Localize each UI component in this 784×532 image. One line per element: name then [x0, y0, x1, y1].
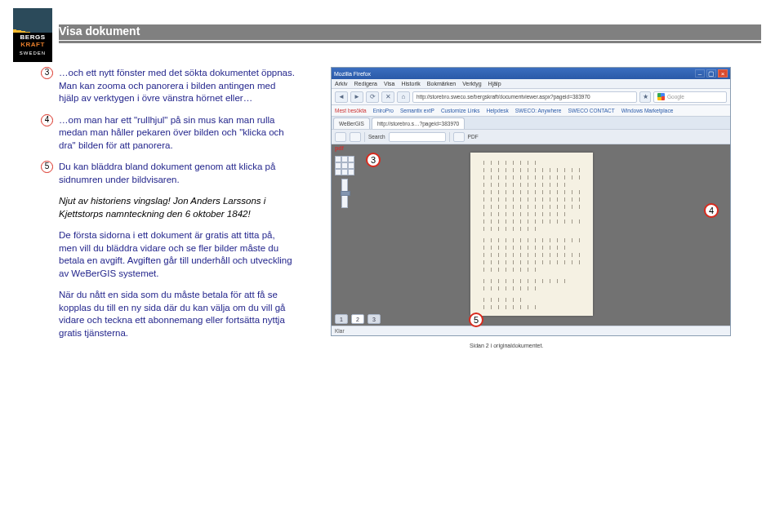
badge-3: 3	[41, 67, 53, 79]
tab-webergis[interactable]: WeBerGIS	[333, 117, 370, 129]
pdf-indicator: pdf	[335, 145, 344, 151]
tool-button[interactable]	[335, 132, 346, 142]
logo: BERGS KRAFT SWEDEN	[13, 8, 52, 62]
bookmark-item[interactable]: Mest besökta	[335, 108, 367, 113]
tool-button[interactable]	[453, 132, 465, 142]
nav-toolbar: ◄ ► ⟳ ✕ ⌂ http://storebro.sweco.se/bergs…	[332, 89, 730, 105]
bookmark-item[interactable]: SWECO: Anywhere	[515, 108, 562, 113]
instruction-text: 3 …och ett nytt fönster med det sökta do…	[59, 67, 296, 348]
bookmark-item[interactable]: EniroPro	[373, 108, 394, 113]
paragraph-3: 3 …och ett nytt fönster med det sökta do…	[59, 67, 296, 105]
page-title-bar: Visa dokument	[59, 24, 761, 43]
italic-note: Njut av historiens vingslag! Jon Anders …	[59, 195, 296, 220]
maximize-icon[interactable]: ▢	[706, 69, 716, 78]
zoom-pan-tools	[335, 156, 354, 208]
menu-item[interactable]: Bokmärken	[427, 81, 456, 86]
window-title: Mozilla Firefox	[334, 71, 371, 77]
document-page[interactable]	[470, 153, 593, 316]
back-button[interactable]: ◄	[335, 91, 348, 103]
callout-3: 3	[366, 153, 381, 167]
zoom-slider[interactable]	[341, 179, 348, 208]
search-field[interactable]: Google	[653, 91, 727, 103]
menu-item[interactable]: Verktyg	[462, 81, 481, 86]
home-button[interactable]: ⌂	[397, 91, 410, 103]
bookmark-item[interactable]: Helpdesk	[487, 108, 509, 113]
bookmark-item[interactable]: Windows Marketplace	[621, 108, 674, 113]
tool-button[interactable]	[350, 132, 361, 142]
viewer-toolbar: Search PDF	[332, 130, 730, 144]
bookmark-item[interactable]: SWECO CONTACT	[568, 108, 614, 113]
tab-document[interactable]: http://storebro.s…?pageid=383970	[372, 117, 465, 129]
pager: 1 2 3	[335, 314, 381, 324]
bookmark-star-icon[interactable]: ★	[639, 91, 651, 103]
google-icon	[657, 93, 665, 100]
paragraph-5: 5 Du kan bläddra bland dokument genom at…	[59, 161, 296, 186]
paragraph-4: 4 …om man har ett "rullhjul" på sin mus …	[59, 114, 296, 153]
paragraph-7: När du nått en sida som du måste betala …	[59, 289, 296, 339]
page-button[interactable]: 1	[335, 314, 348, 324]
forward-button[interactable]: ►	[350, 91, 363, 103]
menu-item[interactable]: Visa	[384, 81, 395, 86]
callout-5: 5	[469, 313, 483, 327]
menu-item[interactable]: Redigera	[354, 81, 377, 86]
menu-item[interactable]: Arkiv	[335, 81, 348, 86]
badge-5: 5	[41, 161, 53, 173]
page-button[interactable]: 3	[368, 314, 381, 324]
tab-bar: WeBerGIS http://storebro.s…?pageid=38397…	[332, 117, 730, 130]
bookmarks-bar: Mest besökta EniroPro Semantix extP Cust…	[332, 105, 730, 117]
paragraph-6: De första sidorna i ett dokument är grat…	[59, 229, 296, 280]
close-icon[interactable]: ×	[718, 69, 728, 78]
screenshot-caption: Sidan 2 i originaldokumentet.	[470, 343, 543, 348]
page-title: Visa dokument	[59, 24, 761, 40]
document-viewer: Search PDF pdf	[332, 130, 730, 335]
reload-button[interactable]: ⟳	[366, 91, 379, 103]
page-button[interactable]: 2	[351, 314, 364, 324]
window-titlebar: Mozilla Firefox – ▢ ×	[332, 68, 730, 79]
badge-4: 4	[41, 114, 53, 126]
search-placeholder: Google	[667, 94, 684, 100]
menu-item[interactable]: Hjälp	[488, 81, 501, 86]
toolbar-search-input[interactable]	[389, 132, 446, 142]
stop-button[interactable]: ✕	[381, 91, 394, 103]
window-buttons: – ▢ ×	[695, 69, 728, 78]
pan-control[interactable]	[335, 156, 354, 175]
toolbar-search-label: Search	[368, 134, 385, 140]
bookmark-item[interactable]: Semantix extP	[400, 108, 434, 113]
bookmark-item[interactable]: Customize Links	[441, 108, 480, 113]
callout-4: 4	[704, 203, 719, 218]
status-bar: Klar	[332, 326, 730, 335]
minimize-icon[interactable]: –	[695, 69, 705, 78]
toolbar-pdf-label: PDF	[468, 134, 479, 140]
url-field[interactable]: http://storebro.sweco.se/bergskraft/docu…	[412, 91, 637, 103]
menu-item[interactable]: Historik	[401, 81, 420, 86]
menu-bar: Arkiv Redigera Visa Historik Bokmärken V…	[332, 79, 730, 89]
browser-screenshot: Mozilla Firefox – ▢ × Arkiv Redigera Vis…	[331, 67, 731, 336]
